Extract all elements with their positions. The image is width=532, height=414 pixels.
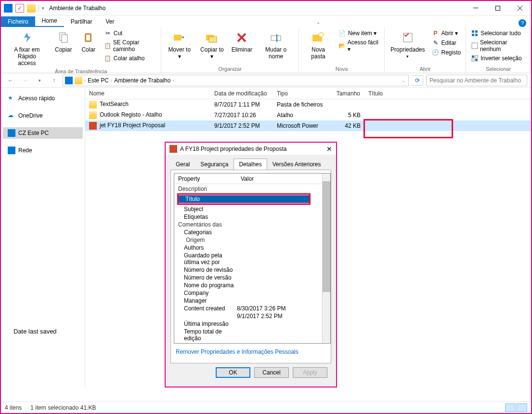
edit-button[interactable]: ✎Editar [431, 39, 462, 47]
delete-button[interactable]: Eliminar [231, 29, 253, 54]
tab-share[interactable]: Partilhar [64, 16, 99, 27]
invert-selection-button[interactable]: Inverter seleção [470, 54, 527, 63]
tab-previous-versions[interactable]: Versões Anteriores [267, 159, 326, 170]
apply-button[interactable]: Apply [293, 367, 327, 378]
app-icon[interactable] [4, 4, 13, 13]
paste-button[interactable]: Colar [78, 29, 99, 54]
property-row[interactable]: Comentários das [174, 221, 322, 228]
pin-to-quick-access-button[interactable]: A fixar em Rápidoaccess [5, 29, 49, 67]
column-date[interactable]: Data de modificação [210, 90, 273, 97]
refresh-button[interactable]: ⟳ [412, 75, 423, 86]
property-row[interactable]: Número de revisão [174, 266, 322, 274]
property-row[interactable]: Origem [174, 236, 322, 244]
history-button[interactable]: 🕘Registo [431, 48, 462, 57]
property-row[interactable]: Número de versão [174, 274, 322, 281]
column-name[interactable]: Nome [85, 90, 210, 97]
search-input[interactable]: Pesquisar no Ambiente de Trabalho [426, 75, 527, 86]
property-row[interactable]: Content created8/30/2017 3:26 PM [174, 305, 322, 312]
tab-file[interactable]: Ficheiro [1, 16, 35, 27]
col-value[interactable]: Valor [237, 175, 322, 182]
details-view-button[interactable] [505, 403, 516, 412]
chevron-right-icon[interactable]: › [84, 78, 86, 83]
nav-onedrive[interactable]: ☁OneDrive [3, 110, 83, 121]
cut-button[interactable]: ✂Cut [103, 29, 157, 38]
property-row[interactable]: Guardado pela última vez por [174, 252, 322, 266]
minimize-button[interactable] [465, 1, 487, 15]
tab-view[interactable]: Ver [99, 16, 121, 27]
select-all-button[interactable]: Selecionar tudo [470, 29, 527, 38]
qat-dropdown-icon[interactable]: ▾ [42, 6, 44, 11]
file-row[interactable]: Outlook Registo - Atalho 7/27/2017 10:26… [85, 110, 531, 120]
move-to-button[interactable]: Mover to ▾ [165, 29, 194, 61]
property-row-selected[interactable]: Título [177, 193, 311, 205]
copy-path-button[interactable]: 📋SE Copiar caminho [103, 39, 157, 53]
column-title[interactable]: Título [364, 90, 451, 97]
dialog-close-button[interactable]: ✕ [326, 145, 332, 153]
column-size[interactable]: Tamanho [331, 90, 364, 97]
status-bar: 4 itens 1 item selecionado 41.KB [1, 401, 531, 413]
cut-icon: ✂ [104, 29, 112, 37]
new-item-button[interactable]: 📄New item ▾ [337, 29, 380, 38]
cancel-button[interactable]: Cancel [254, 367, 289, 378]
open-button[interactable]: PAbrir ▾ [431, 29, 462, 38]
nav-this-pc[interactable]: CZ Este PC [3, 127, 83, 139]
nav-quick-access[interactable]: ★Acesso rápido [3, 93, 83, 104]
properties-button[interactable]: Propriedades▾ [389, 29, 427, 60]
rename-button[interactable]: Mudar o nome [257, 29, 295, 61]
properties-qat-icon[interactable]: ✓ [15, 4, 24, 13]
scrollbar-thumb[interactable] [323, 181, 330, 292]
copy-button[interactable]: Copiar [53, 29, 74, 54]
remove-properties-link[interactable]: Remover Propriedades e Informações Pesso… [174, 344, 331, 360]
paste-shortcut-button[interactable]: 📋Colar atalho [103, 54, 157, 63]
file-row[interactable]: TextSearch 8/7/2017 1:11 PM Pasta de fic… [85, 99, 531, 110]
back-button[interactable]: ← [5, 75, 16, 86]
recent-locations-button[interactable]: ▾ [34, 75, 45, 86]
group-label: Nova [303, 65, 380, 72]
minimize-ribbon-icon[interactable]: ⌃ [316, 22, 320, 27]
svg-point-12 [319, 32, 324, 37]
new-folder-button[interactable]: Nova pasta [303, 29, 334, 61]
column-type[interactable]: Tipo [273, 90, 331, 97]
thumbnails-view-button[interactable] [517, 403, 527, 412]
new-folder-qat-icon[interactable] [27, 4, 36, 13]
dialog-title-bar[interactable]: A FY18 Project propriedades de Proposta … [166, 143, 336, 155]
history-dropdown-icon[interactable]: ⌄ [402, 78, 405, 83]
breadcrumb[interactable]: › Este PC › Ambiente de Trabalho › ⌄ [63, 75, 409, 86]
file-row-selected[interactable]: jet FY18 Project Proposal 9/1/2017 2:52 … [85, 120, 531, 131]
svg-rect-21 [475, 55, 478, 58]
select-none-button[interactable]: Selecionar nenhum [470, 39, 527, 53]
svg-rect-16 [472, 34, 474, 36]
help-icon[interactable]: ? [519, 19, 526, 27]
chevron-right-icon[interactable]: › [111, 78, 112, 83]
easy-access-button[interactable]: 📂Acesso fácil ▾ [337, 39, 380, 53]
forward-button[interactable]: → [19, 75, 31, 86]
crumb-desktop[interactable]: Ambiente de Trabalho [114, 77, 170, 84]
tab-security[interactable]: Segurança [195, 159, 234, 170]
property-row[interactable]: Categorias [174, 228, 322, 236]
tab-general[interactable]: Geral [170, 159, 195, 170]
property-row[interactable]: Última impressão [174, 320, 322, 328]
scrollbar[interactable] [322, 174, 330, 343]
property-row[interactable]: Tempo total de edição [174, 328, 322, 342]
property-row[interactable]: Company [174, 289, 322, 297]
maximize-button[interactable] [487, 1, 509, 15]
property-row[interactable]: Manager [174, 297, 322, 305]
svg-rect-18 [472, 43, 478, 49]
close-button[interactable] [509, 1, 531, 15]
property-row[interactable]: Etiquetas [174, 213, 322, 221]
property-row[interactable]: 9/1/2017 2:52 PM [174, 312, 322, 320]
copy-to-button[interactable]: Copiar to ▾ [197, 29, 227, 61]
col-property[interactable]: Property [174, 175, 237, 182]
property-row[interactable]: Authors [174, 244, 322, 252]
nav-network[interactable]: Rede [3, 145, 83, 156]
tab-details[interactable]: Detalhes [234, 159, 267, 170]
crumb-this-pc[interactable]: Este PC [88, 77, 109, 84]
up-button[interactable]: ↑ [48, 75, 60, 86]
property-row[interactable]: Description [174, 185, 322, 193]
tab-home[interactable]: Home [35, 15, 64, 27]
ok-button[interactable]: OK [216, 367, 250, 378]
chevron-right-icon[interactable]: › [172, 78, 174, 83]
property-row[interactable]: Subject [174, 205, 322, 213]
property-row[interactable]: Nome do programa [174, 281, 322, 289]
svg-rect-20 [475, 59, 478, 61]
